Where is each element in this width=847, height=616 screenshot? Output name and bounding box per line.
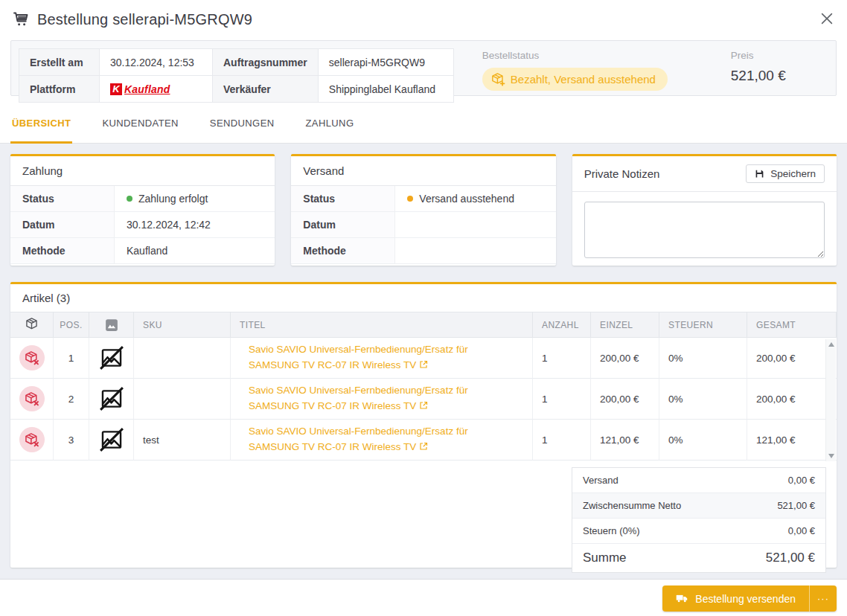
- private-notes-card: Private Notizen Speichern: [572, 154, 837, 266]
- modal-header: Bestellung sellerapi-M5GRQW9: [0, 0, 847, 39]
- overview-tab-content: Zahlung Status Zahlung erfolgt Datum 30.…: [0, 144, 847, 579]
- payment-card-title: Zahlung: [10, 156, 275, 186]
- row3-title-cell: Savio SAVIO Universal-Fernbedienung/Ersa…: [231, 420, 533, 461]
- row1-product-link[interactable]: Savio SAVIO Universal-Fernbedienung/Ersa…: [249, 342, 514, 373]
- totals-shipping-label: Versand: [583, 475, 619, 486]
- shopping-cart-icon: [12, 10, 30, 28]
- modal-footer: Bestellung versenden ···: [0, 579, 847, 616]
- page-title: Bestellung sellerapi-M5GRQW9: [37, 11, 252, 28]
- external-link-icon: [419, 401, 428, 410]
- package-x-icon: [19, 345, 45, 370]
- totals-tax-value: 0,00 €: [788, 525, 815, 536]
- private-notes-textarea[interactable]: [584, 202, 825, 258]
- col-header-anzahl: ANZAHL: [533, 312, 591, 338]
- payment-status-value: Zahlung erfolgt: [115, 186, 275, 211]
- shipping-method-value: [395, 238, 555, 263]
- summary-cards-row: Zahlung Status Zahlung erfolgt Datum 30.…: [10, 154, 837, 266]
- row1-sku: [134, 338, 231, 379]
- payment-method-label: Methode: [10, 238, 115, 263]
- platform-label: Plattform: [19, 76, 100, 103]
- totals-sum-row: Summe 521,00 €: [572, 544, 825, 572]
- col-header-pos: POS.: [54, 312, 89, 338]
- more-actions-button[interactable]: ···: [809, 585, 837, 612]
- totals-tax-label: Steuern (0%): [583, 525, 640, 536]
- private-notes-title: Private Notizen: [584, 167, 660, 180]
- order-number-value: sellerapi-M5GRQW9: [318, 49, 453, 76]
- scroll-up-arrow-icon[interactable]: [828, 342, 834, 347]
- shipping-status-value: Versand ausstehend: [395, 186, 555, 211]
- package-x-icon: [19, 386, 45, 411]
- row3-product-link[interactable]: Savio SAVIO Universal-Fernbedienung/Ersa…: [249, 424, 514, 455]
- row2-ship-status-cell: [10, 379, 54, 420]
- payment-date-value: 30.12.2024, 12:42: [115, 212, 275, 237]
- table-scrollbar[interactable]: [825, 339, 836, 461]
- truck-icon: [676, 592, 688, 605]
- tab-bar: ÜBERSICHT KUNDENDATEN SENDUNGEN ZAHLUNG: [0, 105, 847, 144]
- totals-sum-label: Summe: [583, 551, 627, 565]
- order-status-badge: Bezahlt, Versand ausstehend: [482, 68, 668, 91]
- close-icon[interactable]: [819, 10, 835, 27]
- payment-method-row: Methode Kaufland: [10, 238, 275, 264]
- row3-total: 121,00 €: [747, 420, 837, 461]
- send-order-label: Bestellung versenden: [695, 593, 796, 605]
- external-link-icon: [419, 442, 428, 451]
- articles-card: Artikel (3) POS. SKU: [10, 282, 837, 568]
- green-status-dot-icon: [127, 196, 132, 202]
- broken-image-icon: [99, 427, 124, 452]
- totals-subtotal-label: Zwischensumme Netto: [583, 500, 681, 511]
- seller-value: Shippinglabel Kaufland: [318, 76, 453, 103]
- row3-sku: test: [134, 420, 231, 461]
- send-order-button-group: Bestellung versenden ···: [662, 585, 837, 612]
- image-icon: [105, 318, 118, 332]
- send-order-button[interactable]: Bestellung versenden: [662, 585, 809, 612]
- shipping-status-label: Status: [291, 186, 395, 211]
- floppy-disk-icon: [755, 169, 764, 179]
- articles-table: POS. SKU TITEL ANZAHL EINZEL STEUERN GES…: [10, 312, 837, 461]
- row2-product-title: Savio SAVIO Universal-Fernbedienung/Ersa…: [249, 385, 468, 411]
- row3-tax: 0%: [659, 420, 747, 461]
- save-notes-button[interactable]: Speichern: [746, 164, 825, 183]
- row3-unit: 121,00 €: [591, 420, 659, 461]
- order-info-table: Erstellt am 30.12.2024, 12:53 Auftragsnu…: [19, 48, 454, 103]
- order-detail-modal: Bestellung sellerapi-M5GRQW9 Erstellt am…: [0, 0, 847, 616]
- tab-zahlung[interactable]: ZAHLUNG: [304, 105, 356, 144]
- row3-product-title: Savio SAVIO Universal-Fernbedienung/Ersa…: [249, 426, 468, 452]
- row2-image-cell: [89, 379, 134, 420]
- col-header-image: [89, 312, 134, 338]
- col-header-sku: SKU: [134, 312, 231, 338]
- totals-subtotal-row: Zwischensumme Netto 521,00 €: [572, 493, 825, 519]
- row3-qty: 1: [533, 420, 591, 461]
- tab-uebersicht[interactable]: ÜBERSICHT: [10, 105, 72, 144]
- row2-title-cell: Savio SAVIO Universal-Fernbedienung/Ersa…: [231, 379, 533, 420]
- broken-image-icon: [99, 386, 124, 411]
- payment-date-label: Datum: [10, 212, 115, 237]
- row2-product-link[interactable]: Savio SAVIO Universal-Fernbedienung/Ersa…: [249, 383, 514, 414]
- shipping-date-label: Datum: [291, 212, 395, 237]
- payment-status-label: Status: [10, 186, 115, 211]
- row1-pos: 1: [54, 338, 89, 379]
- package-plus-icon: [491, 72, 505, 86]
- totals-sum-value: 521,00 €: [766, 551, 815, 565]
- tab-sendungen[interactable]: SENDUNGEN: [208, 105, 276, 144]
- row2-sku: [134, 379, 231, 420]
- totals-subtotal-value: 521,00 €: [777, 500, 815, 511]
- row1-total: 200,00 €: [747, 338, 837, 379]
- kaufland-logo-text: Kaufland: [124, 83, 170, 95]
- col-header-gesamt: GESAMT: [747, 312, 837, 338]
- order-status-label: Bestellstatus: [482, 50, 692, 61]
- row1-product-title: Savio SAVIO Universal-Fernbedienung/Ersa…: [249, 344, 468, 370]
- row2-qty: 1: [533, 379, 591, 420]
- created-at-value: 30.12.2024, 12:53: [100, 49, 213, 76]
- totals-box: Versand 0,00 € Zwischensumme Netto 521,0…: [572, 467, 826, 573]
- payment-date-row: Datum 30.12.2024, 12:42: [10, 212, 275, 238]
- kaufland-logo-k: K: [110, 83, 122, 95]
- row1-qty: 1: [533, 338, 591, 379]
- orange-status-dot-icon: [407, 196, 413, 202]
- row2-unit: 200,00 €: [591, 379, 659, 420]
- shipping-method-label: Methode: [291, 238, 395, 263]
- seller-label: Verkäufer: [213, 76, 319, 103]
- row3-pos: 3: [54, 420, 89, 461]
- payment-method-value: Kaufland: [115, 238, 275, 263]
- tab-kundendaten[interactable]: KUNDENDATEN: [100, 105, 179, 144]
- scroll-down-arrow-icon[interactable]: [828, 454, 834, 458]
